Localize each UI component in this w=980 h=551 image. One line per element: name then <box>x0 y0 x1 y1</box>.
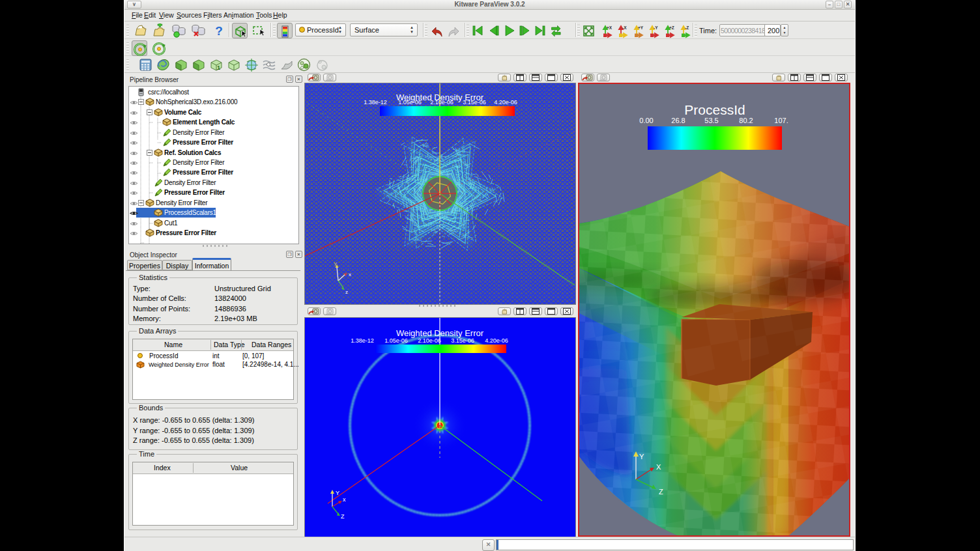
svg-text:2.10e-06: 2.10e-06 <box>418 337 441 344</box>
svg-text:107.: 107. <box>774 117 788 124</box>
svg-text:X: X <box>656 463 661 471</box>
svg-text:?: ? <box>215 24 223 38</box>
svg-text:80.2: 80.2 <box>739 117 753 124</box>
svg-text:3.15e-06: 3.15e-06 <box>463 99 486 106</box>
svg-text:Y: Y <box>639 453 644 460</box>
svg-text:Y: Y <box>334 261 338 267</box>
svg-text:+X: +X <box>607 25 612 30</box>
svg-text:-X: -X <box>622 25 627 30</box>
svg-text:-Z: -Z <box>685 25 689 30</box>
svg-text:4.20e-06: 4.20e-06 <box>494 99 517 106</box>
svg-text:+Z: +Z <box>669 25 674 30</box>
svg-text:Z: Z <box>341 513 345 520</box>
svg-text:0.00: 0.00 <box>639 117 653 124</box>
svg-text:1.38e-12: 1.38e-12 <box>351 337 374 344</box>
svg-text:z: z <box>345 289 348 295</box>
svg-text:53.5: 53.5 <box>704 117 718 124</box>
svg-text:Y: Y <box>336 490 339 496</box>
svg-text:4.20e-06: 4.20e-06 <box>485 337 508 344</box>
svg-text:-Y: -Y <box>654 25 658 30</box>
svg-text:1.38e-12: 1.38e-12 <box>364 99 387 106</box>
svg-text:1.05e-06: 1.05e-06 <box>398 99 422 106</box>
svg-text:Z: Z <box>659 488 663 496</box>
svg-text:26.8: 26.8 <box>671 117 685 124</box>
svg-text:2.10e-06: 2.10e-06 <box>430 99 454 106</box>
svg-text:3.15e-06: 3.15e-06 <box>451 337 474 344</box>
svg-text:ProcessId: ProcessId <box>684 102 745 117</box>
svg-text:1.05e-06: 1.05e-06 <box>384 337 408 344</box>
svg-text:+Y: +Y <box>638 25 644 30</box>
svg-text:Weighted Density Error: Weighted Density Error <box>396 328 484 338</box>
svg-text:x: x <box>343 496 346 503</box>
svg-text:1: 1 <box>217 64 220 71</box>
svg-text:x: x <box>349 272 351 277</box>
